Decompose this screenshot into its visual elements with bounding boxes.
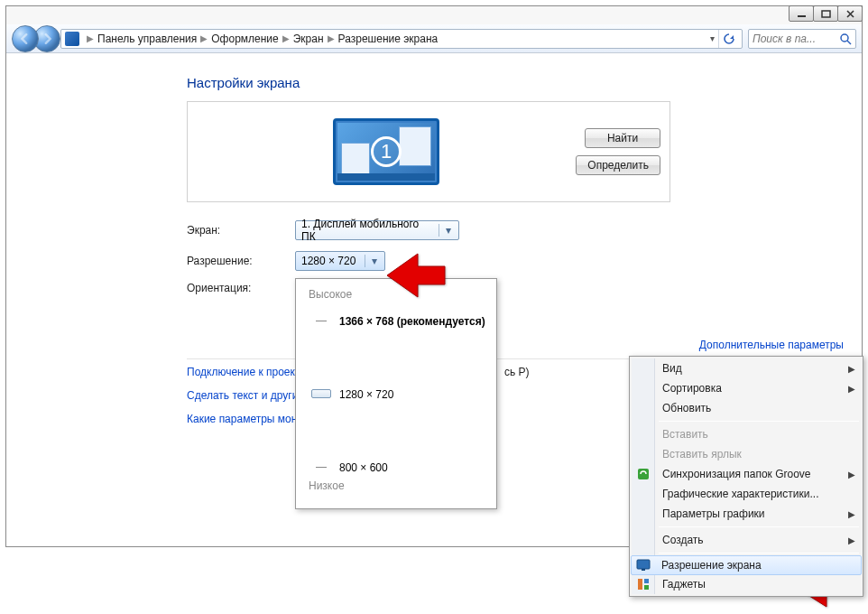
breadcrumb-item[interactable]: Экран [293,33,324,45]
ctx-view[interactable]: Вид▶ [632,358,861,378]
resolution-value: 1280 × 720 [301,255,361,267]
breadcrumb-sep-icon: ▶ [200,33,208,43]
slider-thumb[interactable] [311,389,331,398]
display-monitor-1[interactable]: 1 [333,118,439,185]
address-bar[interactable]: ▶ Панель управления ▶ Оформление ▶ Экран… [60,29,743,49]
chevron-down-icon: ▾ [439,224,453,237]
window-chrome-controls [790,5,863,22]
submenu-arrow-icon: ▶ [848,364,855,374]
ctx-separator [659,526,859,527]
search-icon [839,33,852,45]
slider-low-label: Низкое [309,479,484,492]
svg-rect-0 [798,15,806,17]
detect-display-button[interactable]: Определить [576,155,660,175]
ctx-groove-sync[interactable]: Синхронизация папок Groove▶ [632,464,861,484]
svg-rect-9 [644,585,649,590]
monitor-icon [636,558,651,572]
projector-hint-text: сь P) [504,366,530,378]
resolution-label: Разрешение: [187,255,295,267]
svg-point-2 [841,34,848,42]
breadcrumb-sep-icon: ▶ [328,33,335,43]
ctx-sort[interactable]: Сортировка▶ [632,378,861,398]
breadcrumb-sep-icon: ▶ [282,33,290,43]
history-dropdown-icon[interactable]: ▾ [710,33,715,43]
refresh-button[interactable] [718,30,738,48]
submenu-arrow-icon: ▶ [848,535,855,545]
display-side-buttons: Найти Определить [576,128,660,175]
control-panel-icon [65,32,79,46]
groove-icon [636,467,651,481]
resolution-option[interactable]: 1280 × 720 [339,388,393,401]
breadcrumb-item[interactable]: Оформление [211,33,278,45]
svg-rect-7 [638,579,642,590]
find-display-button[interactable]: Найти [585,128,660,148]
ctx-graphics-props[interactable]: Графические характеристики... [632,484,861,504]
gadgets-icon [636,577,651,591]
resolution-option[interactable]: 800 × 600 [339,461,388,474]
ctx-paste: Вставить [632,424,861,444]
monitor-number-badge: 1 [371,136,402,167]
resolution-slider[interactable]: 1366 × 768 (рекомендуется) 1280 × 720 80… [309,308,484,479]
advanced-settings-link[interactable]: Дополнительные параметры [699,339,844,351]
display-preview-area: 1 [197,111,576,192]
screen-label: Экран: [187,224,295,237]
ctx-separator [659,553,859,554]
red-arrow-annotation [385,248,448,305]
breadcrumb-sep-icon: ▶ [87,33,94,43]
close-button[interactable] [837,5,863,22]
nav-back-forward [12,25,55,52]
which-params-link[interactable]: Какие параметры мон [187,413,304,425]
ctx-separator [659,421,859,422]
svg-rect-4 [638,469,649,479]
resolution-option[interactable]: 1366 × 768 (рекомендуется) [339,315,485,328]
resolution-combobox[interactable]: 1280 × 720 ▾ [295,251,385,271]
nav-back-button[interactable] [12,25,39,52]
ctx-screen-resolution[interactable]: Разрешение экрана [631,555,862,575]
display-preview-panel: 1 Найти Определить [187,101,670,202]
page-title: Настройки экрана [187,75,862,90]
submenu-arrow-icon: ▶ [848,509,855,519]
text-size-link[interactable]: Сделать текст и другие [187,389,304,402]
svg-rect-8 [644,579,649,583]
svg-rect-1 [822,11,830,17]
maximize-button[interactable] [813,5,838,22]
display-settings-grid: Экран: 1. Дисплей мобильного ПК ▾ Разреш… [187,220,862,294]
ctx-new[interactable]: Создать▶ [632,530,861,550]
resolution-slider-popup: Высокое 1366 × 768 (рекомендуется) 1280 … [295,278,497,509]
ctx-refresh[interactable]: Обновить [632,398,861,418]
svg-line-3 [847,41,851,44]
submenu-arrow-icon: ▶ [848,470,855,479]
screen-value: 1. Дисплей мобильного ПК [301,218,435,243]
minimize-button[interactable] [789,5,814,22]
ctx-graphics-params[interactable]: Параметры графики▶ [632,504,861,524]
nav-toolbar: ▶ Панель управления ▶ Оформление ▶ Экран… [6,24,862,53]
submenu-arrow-icon: ▶ [848,384,855,394]
search-placeholder: Поиск в па... [753,33,839,45]
svg-rect-6 [642,569,645,571]
projector-link[interactable]: Подключение к проек [187,366,304,378]
breadcrumb-item[interactable]: Панель управления [97,33,197,45]
ctx-gadgets[interactable]: Гаджеты [632,574,861,594]
help-links: Подключение к проек Сделать текст и друг… [187,366,304,425]
chevron-down-icon: ▾ [365,255,379,267]
orientation-label: Ориентация: [187,282,295,294]
screen-combobox[interactable]: 1. Дисплей мобильного ПК ▾ [295,220,459,240]
desktop-context-menu: Вид▶ Сортировка▶ Обновить Вставить Встав… [629,356,863,597]
search-input[interactable]: Поиск в па... [748,29,856,49]
ctx-paste-shortcut: Вставить ярлык [632,444,861,464]
address-right: ▾ [710,30,742,48]
breadcrumb-item[interactable]: Разрешение экрана [338,33,439,45]
svg-rect-5 [637,560,650,569]
